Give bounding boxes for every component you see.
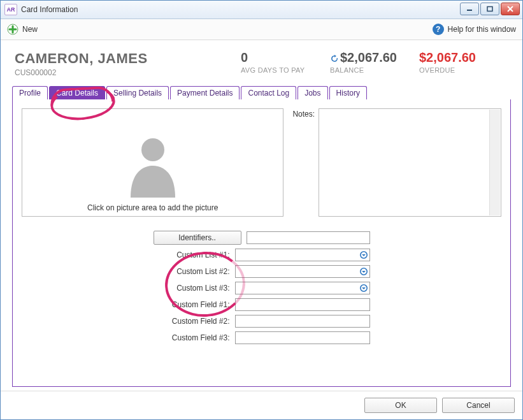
- refresh-icon[interactable]: [330, 54, 339, 63]
- tab-profile[interactable]: Profile: [12, 86, 48, 99]
- custom-list-3-label: Custom List #3:: [154, 284, 230, 293]
- stat-value: $2,067.60: [419, 50, 508, 65]
- custom-list-2-label: Custom List #2:: [154, 267, 230, 276]
- tab-selling-details[interactable]: Selling Details: [106, 86, 169, 99]
- card-name: CAMERON, JAMES: [15, 50, 241, 67]
- window-title: Card Information: [21, 5, 78, 14]
- custom-field-1-label: Custom Field #1:: [154, 300, 230, 309]
- cancel-button[interactable]: Cancel: [442, 398, 515, 413]
- notes-textarea[interactable]: [319, 108, 501, 217]
- plus-icon: [7, 24, 18, 35]
- avatar-placeholder-icon: [118, 127, 188, 199]
- card-information-window: AR Card Information New: [0, 0, 523, 420]
- card-summary: CAMERON, JAMES CUS000002 0 AVG DAYS TO P…: [12, 47, 511, 86]
- custom-list-2-input[interactable]: [236, 266, 357, 277]
- custom-list-3-input[interactable]: [236, 282, 357, 294]
- stat-value: $2,067.60: [330, 50, 419, 65]
- tab-contact-log[interactable]: Contact Log: [241, 86, 296, 99]
- identifiers-button[interactable]: Identifiers..: [154, 231, 241, 245]
- dropdown-icon[interactable]: [357, 249, 369, 261]
- custom-list-3-combo[interactable]: [235, 282, 370, 294]
- picture-area[interactable]: Click on picture area to add the picture: [22, 108, 283, 217]
- ok-button[interactable]: OK: [364, 398, 437, 413]
- dialog-button-bar: OK Cancel: [1, 391, 522, 419]
- custom-field-2-label: Custom Field #2:: [154, 317, 230, 326]
- dropdown-icon[interactable]: [357, 282, 369, 294]
- toolbar: New ? Help for this window: [1, 19, 522, 40]
- notes-scrollbar[interactable]: [489, 110, 500, 215]
- card-id: CUS000002: [15, 68, 241, 77]
- stat-avg-days: 0 AVG DAYS TO PAY: [241, 50, 330, 74]
- dropdown-icon[interactable]: [357, 266, 369, 277]
- svg-rect-1: [487, 7, 492, 11]
- stat-label: BALANCE: [330, 66, 419, 74]
- stat-balance: $2,067.60 BALANCE: [330, 50, 419, 74]
- help-icon: ?: [433, 24, 444, 35]
- stat-value-text: $2,067.60: [340, 50, 397, 64]
- custom-list-1-input[interactable]: [236, 249, 357, 261]
- custom-field-3-label: Custom Field #3:: [154, 333, 230, 342]
- custom-field-1-input[interactable]: [235, 298, 370, 311]
- tab-card-details[interactable]: Card Details: [49, 86, 105, 99]
- close-button[interactable]: [501, 3, 520, 15]
- custom-fields-form: Identifiers.. Custom List #1: Custom Lis…: [22, 231, 501, 344]
- custom-list-2-combo[interactable]: [235, 265, 370, 278]
- custom-field-2-input[interactable]: [235, 315, 370, 328]
- window-controls: [460, 3, 520, 15]
- new-button[interactable]: New: [22, 25, 38, 34]
- stat-label: AVG DAYS TO PAY: [241, 66, 330, 74]
- tab-payment-details[interactable]: Payment Details: [170, 86, 240, 99]
- tab-strip: Profile Card Details Selling Details Pay…: [12, 86, 511, 100]
- app-icon: AR: [4, 4, 17, 15]
- svg-point-7: [141, 138, 164, 161]
- notes-label: Notes:: [292, 108, 315, 217]
- card-details-panel: Click on picture area to add the picture…: [12, 99, 511, 387]
- help-link[interactable]: Help for this window: [448, 25, 516, 34]
- picture-hint: Click on picture area to add the picture: [87, 203, 218, 212]
- stat-label: OVERDUE: [419, 66, 508, 74]
- identifiers-field[interactable]: [247, 231, 370, 244]
- stat-value: 0: [241, 50, 330, 65]
- custom-list-1-label: Custom List #1:: [154, 250, 230, 259]
- minimize-button[interactable]: [460, 3, 479, 15]
- maximize-button[interactable]: [480, 3, 499, 15]
- content-area: CAMERON, JAMES CUS000002 0 AVG DAYS TO P…: [1, 40, 522, 391]
- stat-overdue: $2,067.60 OVERDUE: [419, 50, 508, 74]
- custom-list-1-combo[interactable]: [235, 249, 370, 261]
- tab-history[interactable]: History: [329, 86, 367, 99]
- tab-jobs[interactable]: Jobs: [297, 86, 327, 99]
- custom-field-3-input[interactable]: [235, 331, 370, 344]
- titlebar: AR Card Information: [1, 1, 522, 19]
